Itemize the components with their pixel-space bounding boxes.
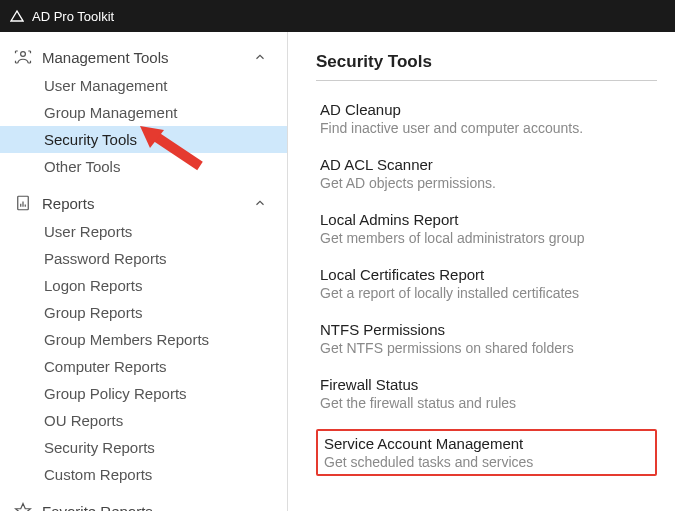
reports-icon xyxy=(14,194,32,212)
main-panel: Security Tools AD Cleanup Find inactive … xyxy=(288,32,675,511)
tool-name: Local Certificates Report xyxy=(320,266,653,283)
tool-service-account-management[interactable]: Service Account Management Get scheduled… xyxy=(316,429,657,476)
tool-ntfs-permissions[interactable]: NTFS Permissions Get NTFS permissions on… xyxy=(316,319,657,358)
sidebar-item-group-policy-reports[interactable]: Group Policy Reports xyxy=(0,380,287,407)
tool-ad-acl-scanner[interactable]: AD ACL Scanner Get AD objects permission… xyxy=(316,154,657,193)
chevron-up-icon xyxy=(253,196,267,210)
sidebar-item-custom-reports[interactable]: Custom Reports xyxy=(0,461,287,488)
sidebar-item-group-management[interactable]: Group Management xyxy=(0,99,287,126)
titlebar: AD Pro Toolkit xyxy=(0,0,675,32)
tool-name: NTFS Permissions xyxy=(320,321,653,338)
sidebar: Management Tools User Management Group M… xyxy=(0,32,288,511)
svg-marker-6 xyxy=(16,504,31,512)
management-tools-icon xyxy=(14,48,32,66)
star-icon xyxy=(14,502,32,511)
page-title: Security Tools xyxy=(316,52,657,81)
tool-firewall-status[interactable]: Firewall Status Get the firewall status … xyxy=(316,374,657,413)
svg-point-1 xyxy=(21,52,26,57)
sidebar-item-security-reports[interactable]: Security Reports xyxy=(0,434,287,461)
sidebar-item-group-reports[interactable]: Group Reports xyxy=(0,299,287,326)
sidebar-item-computer-reports[interactable]: Computer Reports xyxy=(0,353,287,380)
chevron-up-icon xyxy=(253,50,267,64)
sidebar-item-user-reports[interactable]: User Reports xyxy=(0,218,287,245)
tool-name: AD Cleanup xyxy=(320,101,653,118)
tool-desc: Get the firewall status and rules xyxy=(320,395,653,411)
content-area: Management Tools User Management Group M… xyxy=(0,32,675,511)
tool-desc: Get members of local administrators grou… xyxy=(320,230,653,246)
tool-desc: Get AD objects permissions. xyxy=(320,175,653,191)
section-label: Management Tools xyxy=(42,49,168,66)
sidebar-section-management-tools[interactable]: Management Tools xyxy=(0,42,287,72)
app-logo-icon xyxy=(10,9,24,23)
tool-name: AD ACL Scanner xyxy=(320,156,653,173)
sidebar-item-other-tools[interactable]: Other Tools xyxy=(0,153,287,180)
tool-name: Local Admins Report xyxy=(320,211,653,228)
tool-local-admins-report[interactable]: Local Admins Report Get members of local… xyxy=(316,209,657,248)
section-label: Reports xyxy=(42,195,95,212)
sidebar-item-ou-reports[interactable]: OU Reports xyxy=(0,407,287,434)
tool-name: Service Account Management xyxy=(324,435,649,452)
sidebar-item-user-management[interactable]: User Management xyxy=(0,72,287,99)
tool-name: Firewall Status xyxy=(320,376,653,393)
tool-desc: Get NTFS permissions on shared folders xyxy=(320,340,653,356)
tool-desc: Get scheduled tasks and services xyxy=(324,454,649,470)
sidebar-item-logon-reports[interactable]: Logon Reports xyxy=(0,272,287,299)
sidebar-section-reports[interactable]: Reports xyxy=(0,188,287,218)
sidebar-item-group-members-reports[interactable]: Group Members Reports xyxy=(0,326,287,353)
section-label: Favorite Reports xyxy=(42,503,153,512)
svg-marker-0 xyxy=(11,11,23,21)
sidebar-section-favorite-reports[interactable]: Favorite Reports xyxy=(0,496,287,511)
titlebar-title: AD Pro Toolkit xyxy=(32,9,114,24)
sidebar-item-security-tools[interactable]: Security Tools xyxy=(0,126,287,153)
tool-desc: Get a report of locally installed certif… xyxy=(320,285,653,301)
sidebar-item-password-reports[interactable]: Password Reports xyxy=(0,245,287,272)
tool-ad-cleanup[interactable]: AD Cleanup Find inactive user and comput… xyxy=(316,99,657,138)
tool-local-certificates-report[interactable]: Local Certificates Report Get a report o… xyxy=(316,264,657,303)
tool-desc: Find inactive user and computer accounts… xyxy=(320,120,653,136)
